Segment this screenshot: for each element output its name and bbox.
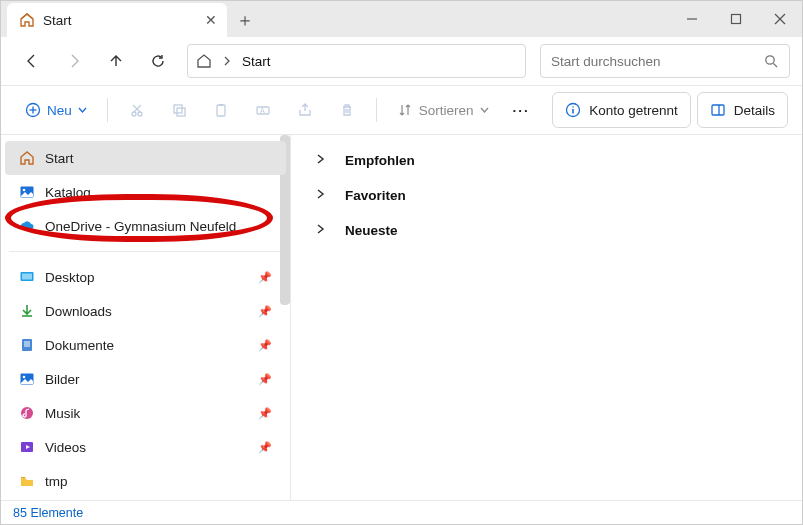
sidebar-item-katalog[interactable]: Katalog [5,175,286,209]
chevron-right-icon [315,153,327,168]
pictures-icon [19,371,35,387]
details-pane-icon [710,102,726,118]
maximize-button[interactable] [714,1,758,37]
close-window-button[interactable] [758,1,802,37]
up-button[interactable] [97,43,135,79]
back-button[interactable] [13,43,51,79]
svg-text:A: A [260,107,265,114]
home-icon [19,12,35,28]
sidebar-item-label: Bilder [45,372,80,387]
tab-start[interactable]: Start ✕ [7,3,227,37]
pin-icon: 📌 [258,373,272,386]
pin-icon: 📌 [258,407,272,420]
sidebar-item-pictures[interactable]: Bilder 📌 [5,362,286,396]
svg-point-9 [132,112,136,116]
sidebar-item-desktop[interactable]: Desktop 📌 [5,260,286,294]
svg-point-10 [138,112,142,116]
svg-rect-22 [712,105,724,115]
nav-row: Start [1,37,802,85]
chevron-down-icon [78,103,87,118]
pin-icon: 📌 [258,441,272,454]
account-status-button[interactable]: Konto getrennt [552,92,691,128]
chevron-right-icon [222,52,232,70]
more-button[interactable]: ··· [503,92,540,128]
section-label: Favoriten [345,188,406,203]
minimize-button[interactable] [670,1,714,37]
sidebar-item-label: Musik [45,406,80,421]
sidebar-separator [9,251,282,252]
close-tab-icon[interactable]: ✕ [205,12,217,28]
explorer-window: Start ✕ ＋ Start Neu [0,0,803,525]
sidebar-item-label: Katalog [45,185,91,200]
sidebar-item-documents[interactable]: Dokumente 📌 [5,328,286,362]
separator [376,98,377,122]
download-icon [19,303,35,319]
rename-button[interactable]: A [244,92,282,128]
cloud-icon [19,218,35,234]
share-button[interactable] [286,92,324,128]
section-favoriten[interactable]: Favoriten [315,188,778,203]
sidebar-item-start[interactable]: Start [5,141,286,175]
sidebar-item-label: Dokumente [45,338,114,353]
details-button[interactable]: Details [697,92,788,128]
section-neueste[interactable]: Neueste [315,223,778,238]
toolbar: Neu A Sortieren ··· Konto getrennt Detai… [1,85,802,135]
home-icon [196,53,212,69]
section-label: Neueste [345,223,398,238]
sidebar-item-downloads[interactable]: Downloads 📌 [5,294,286,328]
pin-icon: 📌 [258,339,272,352]
folder-icon [19,473,35,489]
svg-rect-1 [732,15,741,24]
item-count: 85 Elemente [13,506,83,520]
new-button[interactable]: Neu [15,92,97,128]
sidebar-item-videos[interactable]: Videos 📌 [5,430,286,464]
forward-button[interactable] [55,43,93,79]
svg-line-12 [134,105,141,112]
svg-point-4 [766,56,774,64]
svg-rect-14 [177,108,185,116]
sidebar-item-label: OneDrive - Gymnasium Neufeld [45,219,236,234]
svg-rect-13 [174,105,182,113]
pin-icon: 📌 [258,271,272,284]
titlebar: Start ✕ ＋ [1,1,802,37]
sidebar-item-music[interactable]: Musik 📌 [5,396,286,430]
info-icon [565,102,581,118]
details-label: Details [734,103,775,118]
desktop-icon [19,269,35,285]
body: Start Katalog OneDrive - Gymnasium Neufe… [1,135,802,500]
section-label: Empfohlen [345,153,415,168]
chevron-down-icon [480,103,489,118]
svg-point-25 [23,189,26,192]
paste-button[interactable] [202,92,240,128]
document-icon [19,337,35,353]
cut-button[interactable] [118,92,156,128]
refresh-button[interactable] [139,43,177,79]
svg-point-35 [21,407,33,419]
search-box[interactable] [540,44,790,78]
new-tab-button[interactable]: ＋ [227,3,263,37]
chevron-right-icon [315,188,327,203]
sort-button[interactable]: Sortieren [387,92,499,128]
sidebar-item-label: tmp [45,474,68,489]
sidebar-item-label: Downloads [45,304,112,319]
svg-rect-15 [217,105,225,116]
gallery-icon [19,184,35,200]
address-bar[interactable]: Start [187,44,526,78]
account-status-label: Konto getrennt [589,103,678,118]
search-input[interactable] [551,54,755,69]
section-empfohlen[interactable]: Empfohlen [315,153,778,168]
sidebar-item-tmp[interactable]: tmp [5,464,286,498]
status-bar: 85 Elemente [1,500,802,524]
plus-circle-icon [25,102,41,118]
copy-button[interactable] [160,92,198,128]
delete-button[interactable] [328,92,366,128]
separator [107,98,108,122]
music-icon [19,405,35,421]
content-area: Empfohlen Favoriten Neueste [291,135,802,500]
search-icon [763,53,779,69]
svg-point-34 [23,376,26,379]
breadcrumb[interactable]: Start [242,54,271,69]
sidebar-item-label: Videos [45,440,86,455]
pin-icon: 📌 [258,305,272,318]
sidebar-item-onedrive[interactable]: OneDrive - Gymnasium Neufeld [5,209,286,243]
